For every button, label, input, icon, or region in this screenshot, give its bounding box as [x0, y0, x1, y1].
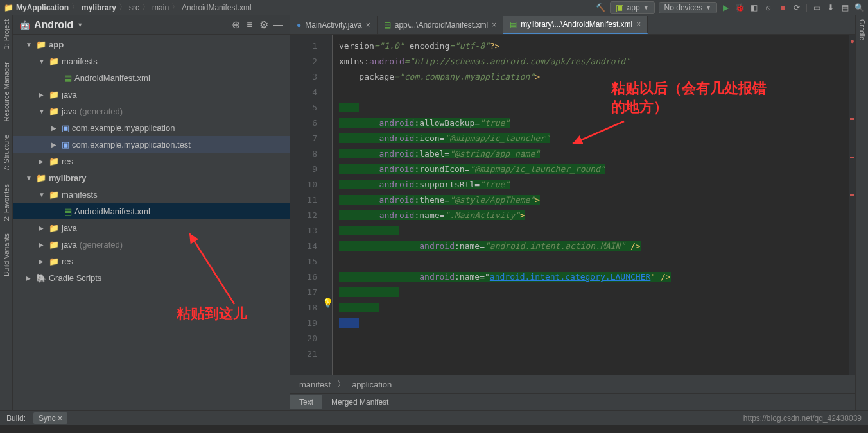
tree-pkg2[interactable]: ▶▣com.example.myapplication.test — [13, 136, 290, 153]
tree-app-java[interactable]: ▶📁java — [13, 86, 290, 103]
code-area[interactable]: version="1.0" encoding="utf-8"?> xmlns:a… — [333, 35, 855, 375]
tree-app-manifests[interactable]: ▼📁manifests — [13, 53, 290, 69]
status-build-label: Build: — [6, 414, 26, 423]
run-icon[interactable]: ▶ — [721, 3, 731, 13]
android-icon: 🤖 — [19, 20, 30, 30]
rail-favorites[interactable]: 2: Favorites — [3, 184, 10, 221]
tab-mainactivity[interactable]: ●MainActivity.java× — [290, 16, 378, 34]
tab-mylib-manifest[interactable]: ▤mylibrary\...\AndroidManifest.xml× — [503, 16, 648, 34]
crumb-application[interactable]: application — [352, 380, 392, 389]
tree-mylib-manifest-file[interactable]: ▤AndroidManifest.xml — [13, 203, 290, 219]
right-tool-rail: Gradle — [855, 15, 868, 410]
tree-app-java-gen[interactable]: ▼📁java (generated) — [13, 103, 290, 119]
crumb-manifest[interactable]: manifest — [299, 380, 331, 389]
annotation-paste-here: 粘贴到这儿 — [177, 304, 247, 323]
tree-app-res[interactable]: ▶📁res — [13, 153, 290, 169]
close-icon[interactable]: × — [492, 21, 496, 30]
editor-tabs: ●MainActivity.java× ▤app\...\AndroidMani… — [290, 15, 855, 35]
tree-mylib-res[interactable]: ▶📁res — [13, 253, 290, 269]
panel-title: Android — [34, 19, 73, 31]
bc-root: MyApplication — [16, 3, 69, 12]
config-label: app — [627, 3, 640, 12]
bc-main: main — [152, 3, 169, 12]
chevron-down-icon[interactable]: ▼ — [77, 22, 83, 28]
project-tree[interactable]: ▼📁app ▼📁manifests ▤AndroidManifest.xml ▶… — [13, 35, 290, 410]
watermark: https://blog.csdn.net/qq_42438039 — [743, 414, 862, 423]
code-breadcrumb[interactable]: manifest 〉 application — [290, 375, 855, 393]
error-indicator-icon: ● — [850, 37, 855, 45]
rail-resource-manager[interactable]: Resource Manager — [3, 62, 10, 122]
sync-tab[interactable]: Sync × — [33, 412, 67, 424]
project-panel: 🤖 Android ▼ ⊕ ≡ ⚙ — ▼📁app ▼📁manifests ▤A… — [13, 15, 290, 410]
avd-icon[interactable]: ▭ — [812, 3, 822, 13]
locate-icon[interactable]: ⊕ — [230, 20, 241, 30]
debug-icon[interactable]: 🐞 — [735, 3, 745, 13]
gear-icon[interactable]: ⚙ — [259, 20, 269, 30]
fold-strip[interactable]: 💡 — [322, 35, 333, 375]
device-label: No devices — [664, 3, 702, 12]
bc-src: src — [129, 3, 139, 12]
collapse-icon[interactable]: ≡ — [245, 20, 255, 30]
line-gutter: 123456789101112131415161718192021 — [290, 35, 322, 375]
tree-pkg1[interactable]: ▶▣com.example.myapplication — [13, 119, 290, 136]
bulb-icon[interactable]: 💡 — [322, 298, 333, 308]
left-tool-rail: 1: Project Resource Manager 7: Structure… — [0, 15, 13, 410]
panel-header: 🤖 Android ▼ ⊕ ≡ ⚙ — — [13, 15, 290, 35]
tree-app[interactable]: ▼📁app — [13, 36, 290, 53]
search-icon[interactable]: 🔍 — [854, 3, 864, 13]
stop-icon[interactable]: ■ — [777, 3, 788, 13]
close-icon[interactable]: × — [58, 414, 62, 423]
tree-mylib-java-gen[interactable]: ▶📁java (generated) — [13, 236, 290, 253]
hide-icon[interactable]: — — [273, 20, 283, 30]
tree-mylib-java[interactable]: ▶📁java — [13, 219, 290, 236]
editor-body[interactable]: 123456789101112131415161718192021 💡 vers… — [290, 35, 855, 375]
profiler-icon[interactable]: ◧ — [749, 3, 759, 13]
hammer-icon[interactable]: 🔨 — [596, 3, 606, 13]
sdk-icon[interactable]: ⬇ — [826, 3, 836, 13]
rail-gradle[interactable]: Gradle — [858, 19, 866, 40]
attach-icon[interactable]: ⎋ — [763, 3, 774, 13]
bc-lib: mylibrary — [82, 3, 116, 12]
rail-structure[interactable]: 7: Structure — [3, 135, 10, 171]
error-stripe[interactable]: ● — [849, 35, 855, 375]
top-toolbar: 📁MyApplication 〉 mylibrary 〉 src 〉 main … — [0, 0, 868, 15]
btab-merged[interactable]: Merged Manifest — [322, 395, 397, 409]
status-bar: Build: Sync × https://blog.csdn.net/qq_4… — [0, 410, 868, 425]
rail-project[interactable]: 1: Project — [3, 19, 10, 49]
btab-text[interactable]: Text — [290, 395, 322, 409]
tree-mylib-manifests[interactable]: ▼📁manifests — [13, 186, 290, 203]
tree-mylib[interactable]: ▼📁mylibrary — [13, 169, 290, 186]
device-selector[interactable]: No devices▼ — [659, 2, 717, 13]
close-icon[interactable]: × — [636, 20, 641, 29]
bc-file: AndroidManifest.xml — [182, 3, 252, 12]
rail-build-variants[interactable]: Build Variants — [3, 233, 10, 276]
structure-icon[interactable]: ▤ — [840, 3, 850, 13]
close-icon[interactable]: × — [366, 21, 370, 30]
sync-icon[interactable]: ⟳ — [792, 3, 802, 13]
breadcrumb[interactable]: 📁MyApplication 〉 mylibrary 〉 src 〉 main … — [4, 2, 252, 13]
tree-app-manifest-file[interactable]: ▤AndroidManifest.xml — [13, 69, 290, 86]
run-config-selector[interactable]: ▣app▼ — [610, 1, 655, 14]
editor-bottom-tabs: Text Merged Manifest — [290, 393, 855, 410]
project-icon: 📁 — [4, 3, 13, 12]
android-icon: ▣ — [616, 3, 624, 13]
editor-area: ●MainActivity.java× ▤app\...\AndroidMani… — [290, 15, 855, 410]
tree-gradle[interactable]: ▶🐘Gradle Scripts — [13, 269, 290, 286]
tab-app-manifest[interactable]: ▤app\...\AndroidManifest.xml× — [378, 16, 503, 34]
